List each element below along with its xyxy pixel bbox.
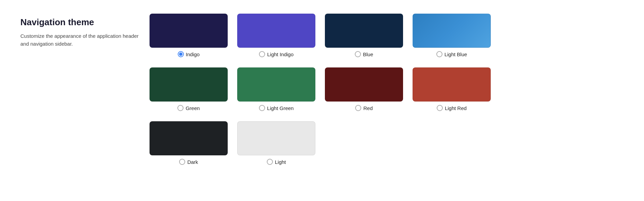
radio-label-dark[interactable]: Dark [179, 159, 198, 165]
radio-circle-green [177, 105, 184, 111]
color-swatch-dark [150, 121, 228, 155]
radio-label-text-red: Red [363, 105, 373, 111]
color-swatch-light [237, 121, 315, 155]
theme-option-light-green[interactable]: Light Green [237, 67, 315, 111]
radio-label-text-indigo: Indigo [186, 51, 200, 57]
theme-option-light-blue[interactable]: Light Blue [413, 14, 491, 57]
theme-option-dark[interactable]: Dark [150, 121, 228, 165]
color-swatch-light-green [237, 67, 315, 102]
radio-label-text-green: Green [186, 105, 200, 111]
theme-option-light-indigo[interactable]: Light Indigo [237, 14, 315, 57]
color-swatch-light-indigo [237, 14, 315, 48]
radio-circle-red [355, 105, 361, 111]
radio-label-red[interactable]: Red [355, 105, 373, 111]
color-swatch-light-blue [413, 14, 491, 48]
radio-label-green[interactable]: Green [177, 105, 200, 111]
radio-label-blue[interactable]: Blue [355, 51, 373, 57]
radio-circle-light-green [259, 105, 265, 111]
page-title: Navigation theme [20, 17, 143, 28]
radio-label-text-light-indigo: Light Indigo [267, 51, 294, 57]
radio-label-indigo[interactable]: Indigo [178, 51, 200, 57]
left-panel: Navigation theme Customize the appearanc… [20, 14, 143, 48]
theme-option-indigo[interactable]: Indigo [150, 14, 228, 57]
color-swatch-indigo [150, 14, 228, 48]
radio-label-text-blue: Blue [363, 51, 373, 57]
page-description: Customize the appearance of the applicat… [20, 32, 143, 48]
theme-grid: IndigoLight IndigoBlueLight BlueGreenLig… [143, 14, 624, 165]
theme-option-green[interactable]: Green [150, 67, 228, 111]
radio-label-text-light: Light [275, 159, 286, 165]
radio-label-text-light-blue: Light Blue [445, 51, 467, 57]
radio-label-text-light-green: Light Green [267, 105, 294, 111]
radio-circle-light-indigo [259, 51, 265, 57]
radio-circle-light-red [437, 105, 443, 111]
radio-circle-blue [355, 51, 361, 57]
radio-label-light[interactable]: Light [267, 159, 286, 165]
radio-circle-indigo [178, 51, 184, 57]
radio-label-text-dark: Dark [187, 159, 198, 165]
theme-option-light[interactable]: Light [237, 121, 315, 165]
radio-circle-light [267, 159, 273, 165]
theme-option-red[interactable]: Red [325, 67, 403, 111]
color-swatch-blue [325, 14, 403, 48]
theme-row-1: GreenLight GreenRedLight Red [150, 67, 624, 111]
theme-row-2: DarkLight [150, 121, 624, 165]
color-swatch-red [325, 67, 403, 102]
radio-label-light-indigo[interactable]: Light Indigo [259, 51, 294, 57]
theme-option-blue[interactable]: Blue [325, 14, 403, 57]
color-swatch-light-red [413, 67, 491, 102]
color-swatch-green [150, 67, 228, 102]
radio-label-text-light-red: Light Red [445, 105, 467, 111]
radio-circle-dark [179, 159, 185, 165]
theme-option-light-red[interactable]: Light Red [413, 67, 491, 111]
radio-label-light-red[interactable]: Light Red [437, 105, 467, 111]
radio-label-light-green[interactable]: Light Green [259, 105, 294, 111]
radio-circle-light-blue [436, 51, 442, 57]
radio-label-light-blue[interactable]: Light Blue [436, 51, 467, 57]
theme-row-0: IndigoLight IndigoBlueLight Blue [150, 14, 624, 57]
